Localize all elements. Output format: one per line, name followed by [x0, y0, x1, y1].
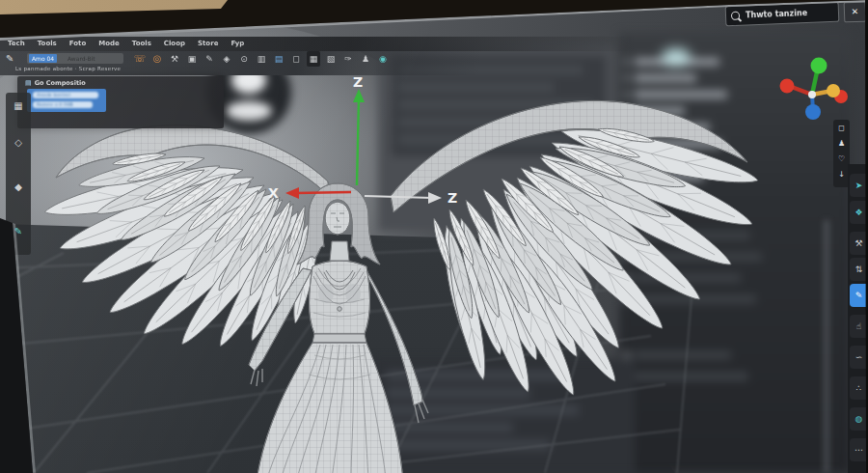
draw-tool-button[interactable]: ✎: [850, 284, 868, 307]
name-field-rest: Award-Bit: [68, 54, 95, 63]
grid-tool-icon[interactable]: ▦: [6, 100, 31, 111]
record-tool-icon[interactable]: ◎: [150, 51, 164, 67]
menu-item-3[interactable]: Mode: [98, 37, 120, 47]
monitor-photo: Z X Z Tech Tools Foto Mode Tools Cloop S…: [0, 0, 868, 473]
name-field[interactable]: Amo 04 Award-Bit: [27, 53, 123, 64]
clamp-tool-icon[interactable]: ⚒: [168, 51, 181, 67]
point-tool-button[interactable]: ☝: [850, 315, 868, 338]
edit-pen-icon: ✎: [6, 53, 14, 64]
transform-gizmo[interactable]: Z X Z: [268, 75, 457, 206]
breadcrumb: Ls panmade abonte · Scrap Reserve: [15, 66, 121, 71]
scatter-tool-button[interactable]: ∴: [850, 376, 868, 400]
grab-tool-icon[interactable]: ☏: [133, 51, 147, 67]
diamond-tool-icon[interactable]: ◇: [6, 137, 31, 148]
gizmo-green-ball: [811, 58, 827, 74]
pen-tool-icon[interactable]: ✎: [203, 51, 216, 67]
measure-tool-button[interactable]: ⚒: [850, 232, 868, 255]
name-field-selection: Amo 04: [29, 54, 57, 63]
menu-bar: Tech Tools Foto Mode Tools Cloop Store F…: [0, 37, 637, 51]
bust-icon[interactable]: ♟: [833, 139, 850, 148]
menu-item-7[interactable]: Fyp: [231, 37, 244, 47]
nav-tool-button[interactable]: ❖: [850, 201, 868, 224]
gizmo-yellow-ball: [827, 84, 840, 97]
orientation-gizmo[interactable]: [777, 54, 851, 127]
menu-item-6[interactable]: Store: [198, 37, 218, 47]
sphere-tool-button[interactable]: ◍: [850, 407, 868, 431]
axis-up-arrow: [353, 89, 365, 185]
cursor-tool-button[interactable]: ➤: [850, 174, 868, 197]
heart-icon[interactable]: ♡: [833, 154, 850, 163]
image-tool-icon[interactable]: ▧: [324, 51, 338, 67]
frame-tool-icon[interactable]: ▣: [185, 51, 199, 67]
search-icon: [731, 12, 740, 20]
swap-tool-button[interactable]: ⇅: [850, 258, 868, 281]
square-icon[interactable]: ◻: [833, 124, 850, 132]
gizmo-red-ball: [780, 79, 795, 94]
axis-label-up: Z: [353, 75, 363, 90]
figure-tool-icon[interactable]: ♟: [359, 51, 372, 67]
composition-dropdown[interactable]: Anode kontrol Rezere o II 09B: [27, 89, 106, 112]
panel-header-icon: ▤: [25, 79, 32, 87]
brush-tool-icon[interactable]: ✑: [341, 51, 355, 67]
menu-item-2[interactable]: Foto: [69, 37, 86, 47]
composition-panel: ▤Go Compositio Anode kontrol Rezere o II…: [17, 76, 224, 128]
close-button[interactable]: ✕: [844, 2, 867, 23]
teal-pen-tool-icon[interactable]: ✎: [6, 226, 31, 236]
menu-item-1[interactable]: Tools: [38, 37, 57, 47]
gizmo-hub: [808, 91, 816, 98]
gizmo-blue-ball: [805, 104, 821, 120]
right-wing: [391, 100, 761, 400]
link-tool-button[interactable]: ∽: [850, 346, 868, 369]
tag-tool-icon[interactable]: ◈: [220, 51, 233, 67]
zoom-tool-icon[interactable]: ⊙: [237, 51, 251, 67]
trash-tool-icon[interactable]: ▦: [307, 51, 320, 67]
menu-item-4[interactable]: Tools: [132, 37, 151, 47]
menu-item-0[interactable]: Tech: [8, 37, 25, 47]
menu-item-5[interactable]: Cloop: [164, 37, 185, 47]
dropdown-option-0[interactable]: Anode kontrol: [33, 92, 98, 98]
main-toolbar: ☏ ◎ ⚒ ▣ ✎ ◈ ⊙ ▥ ▤ ◻ ▦ ▧ ✑ ♟ ◉: [133, 51, 390, 67]
more-tools-button[interactable]: ⋯: [850, 438, 868, 461]
search-input[interactable]: [744, 7, 834, 21]
axis-label-right: Z: [448, 190, 457, 206]
composition-panel-header: ▤Go Compositio: [25, 79, 86, 87]
folder-tool-icon[interactable]: ▤: [272, 51, 285, 67]
monitor-tool-icon[interactable]: ◻: [289, 51, 303, 67]
left-tool-rail: ▦ ◇ ◆ ✎: [6, 93, 31, 255]
axis-label-left: X: [268, 185, 279, 201]
washer-tool-icon[interactable]: ◉: [376, 51, 390, 67]
wireframe-angel-model[interactable]: Z X Z: [19, 75, 772, 473]
copy-tool-icon[interactable]: ▥: [255, 51, 268, 67]
gem-tool-icon[interactable]: ◆: [6, 181, 31, 192]
dropdown-option-1[interactable]: Rezere o II 09B: [33, 101, 93, 108]
